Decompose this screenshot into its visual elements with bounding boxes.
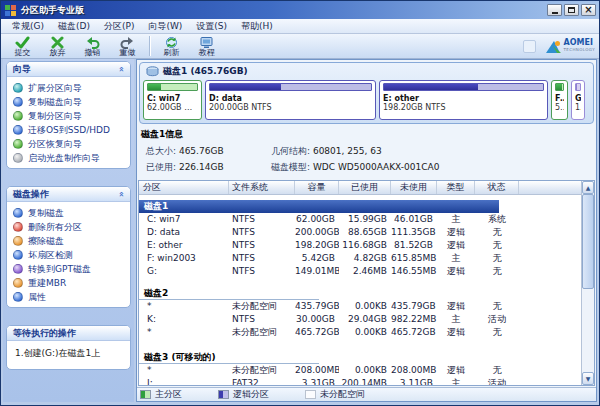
table-cell: 198.20GB (295, 239, 339, 252)
aomei-logo-mark (544, 38, 564, 55)
table-row[interactable]: *未分配空间465.72GB0.00KB465.72GB逻辑无 (139, 326, 594, 339)
commit-button[interactable]: 提交 (5, 34, 40, 58)
column-header-unused[interactable]: 未使用 (391, 181, 437, 194)
table-cell: 435.79GB (295, 300, 339, 313)
undo-button[interactable]: 撤销 (75, 34, 110, 58)
window-controls: × (547, 4, 596, 16)
table-row[interactable]: I:FAT323.31GB200.14MB3.11GB主活动 (139, 377, 594, 386)
sidebar-item-copy-partition-wizard[interactable]: 复制分区向导 (13, 109, 128, 123)
discard-button[interactable]: 放弃 (40, 34, 75, 58)
menu-item-wizard[interactable]: 向导(W) (141, 19, 189, 34)
table-cell: 无 (475, 326, 519, 339)
table-cell: 无 (475, 252, 519, 265)
disk2-group-header[interactable]: 磁盘2 (139, 287, 319, 300)
usage-strip (209, 83, 372, 91)
disk-operations-section-header[interactable]: 磁盘操作 » (7, 187, 130, 202)
disk-title: 磁盘1 (465.76GB) (163, 65, 248, 78)
partition-size: 149.01MB (575, 103, 581, 112)
table-cell: * (139, 364, 229, 377)
disk-model-value: WDC WD5000AAKX-001CA0 (313, 162, 439, 172)
sidebar-item-label: 坏扇区检测 (28, 249, 73, 262)
toolbar-button-label: 撤销 (85, 49, 101, 57)
menu-item-help[interactable]: 帮助(H) (234, 19, 280, 34)
maximize-button[interactable] (564, 4, 579, 16)
table-cell: 982.22MB (391, 313, 437, 326)
sidebar-item-wipe-disk[interactable]: 擦除磁盘 (13, 234, 128, 248)
column-header-used[interactable]: 已使用 (339, 181, 391, 194)
redo-button[interactable]: 重做 (110, 34, 145, 58)
table-body: 磁盘1 C: win7NTFS62.00GB15.99GB46.01GB主系统 … (139, 200, 594, 386)
table-row[interactable]: D: dataNTFS200.00GB88.65GB111.35GB逻辑无 (139, 226, 594, 239)
table-cell: 3.11GB (391, 377, 437, 386)
sidebar-item-bootable-cd-wizard[interactable]: 启动光盘制作向导 (13, 151, 128, 165)
menu-item-general[interactable]: 常规(G) (5, 19, 51, 34)
sidebar-item-migrate-os-to-ssd-hdd[interactable]: 迁移OS到SSD/HDD (13, 123, 128, 137)
app-window: 分区助手专业版 × 常规(G) 磁盘(D) 分区(P) 向导(W) 设置(S) … (0, 0, 600, 406)
pending-operations-section-header[interactable]: 等待执行的操作 (7, 326, 130, 341)
menu-item-disk[interactable]: 磁盘(D) (51, 19, 97, 34)
copy-disk-wizard-icon (13, 97, 23, 107)
partition-box-e[interactable]: E: other 198.20GB NTFS (379, 80, 548, 120)
column-header-partition[interactable]: 分区 (139, 181, 229, 194)
scroll-thumb[interactable] (582, 194, 594, 289)
toolbar-button-label: 教程 (199, 49, 215, 57)
geometry-label: 几何结构: (271, 146, 310, 156)
table-cell: 0.00KB (339, 364, 391, 377)
sidebar-item-convert-to-gpt-disk[interactable]: 转换到GPT磁盘 (13, 262, 128, 276)
column-header-status[interactable]: 状态 (475, 181, 519, 194)
table-row[interactable]: F: win2003NTFS5.42GB4.82GB615.85MB主无 (139, 252, 594, 265)
sidebar-item-delete-all-partitions[interactable]: 删除所有分区 (13, 220, 128, 234)
partition-label: C: win7 (147, 94, 198, 103)
table-row[interactable]: K:NTFS30.00GB29.04GB982.22MB主活动 (139, 313, 594, 326)
column-header-capacity[interactable]: 容量 (295, 181, 339, 194)
table-row[interactable]: G:NTFS149.01MB2.46MB146.55MB逻辑无 (139, 265, 594, 278)
disk1-group-header[interactable]: 磁盘1 (139, 200, 499, 213)
partition-size: 62.00GB NTFS (147, 103, 198, 112)
partition-label: G: (575, 94, 581, 103)
column-header-type[interactable]: 类型 (437, 181, 475, 194)
table-row[interactable]: E: otherNTFS198.20GB116.68GB81.52GB逻辑无 (139, 239, 594, 252)
scroll-down-button[interactable]: ▼ (582, 372, 594, 385)
disk-model-label: 磁盘模型: (271, 162, 310, 172)
sidebar-item-label: 重建MBR (28, 277, 66, 290)
sidebar-item-rebuild-mbr[interactable]: 重建MBR (13, 276, 128, 290)
table-row[interactable]: *未分配空间208.00MB0.00KB208.00MB逻辑无 (139, 364, 594, 377)
refresh-button[interactable]: 刷新 (154, 34, 189, 58)
close-button[interactable]: × (581, 4, 596, 16)
tutorial-button[interactable]: 教程 (189, 34, 224, 58)
partition-box-g[interactable]: G: 149.01MB (571, 80, 585, 120)
vertical-scrollbar[interactable]: ▲ ▼ (581, 181, 594, 385)
partition-label: F: win2003 (555, 94, 564, 103)
scroll-up-button[interactable]: ▲ (582, 181, 594, 194)
table-cell: 435.79GB (391, 300, 437, 313)
sidebar-item-copy-disk-wizard[interactable]: 复制磁盘向导 (13, 95, 128, 109)
close-icon: × (584, 5, 592, 15)
sidebar-item-properties[interactable]: 属性 (13, 290, 128, 304)
partition-box-d[interactable]: D: data 200.00GB NTFS (205, 80, 376, 120)
disk3-group-header[interactable]: 磁盘3 (可移动的) (139, 351, 319, 364)
minimize-button[interactable] (547, 4, 562, 16)
table-cell: 无 (475, 226, 519, 239)
partition-box-f[interactable]: F: win2003 5.42GB NTFS (551, 80, 568, 120)
sidebar-item-copy-disk[interactable]: 复制磁盘 (13, 206, 128, 220)
tutorial-icon (199, 36, 214, 49)
legend-label: 主分区 (155, 388, 182, 401)
partition-box-c[interactable]: C: win7 62.00GB NTFS (143, 80, 202, 120)
column-header-filesystem[interactable]: 文件系统 (229, 181, 295, 194)
wizards-section-header[interactable]: 向导 » (7, 62, 130, 77)
menu-item-partition[interactable]: 分区(P) (97, 19, 141, 34)
table-cell: 46.01GB (391, 213, 437, 226)
disk-info: 磁盘1信息 总大小: 465.76GB 几何结构: 60801, 255, 63… (141, 128, 592, 178)
sidebar-item-label: 扩展分区向导 (28, 82, 82, 95)
table-cell: 3.31GB (295, 377, 339, 386)
table-row[interactable]: C: win7NTFS62.00GB15.99GB46.01GB主系统 (139, 213, 594, 226)
sidebar-item-bad-sector-check[interactable]: 坏扇区检测 (13, 248, 128, 262)
used-label: 已使用: (146, 162, 176, 172)
menu-item-settings[interactable]: 设置(S) (189, 19, 234, 34)
sidebar-item-partition-recovery-wizard[interactable]: 分区恢复向导 (13, 137, 128, 151)
sidebar-item-extend-partition-wizard[interactable]: 扩展分区向导 (13, 81, 128, 95)
sidebar-item-label: 复制分区向导 (28, 110, 82, 123)
table-row[interactable]: *未分配空间435.79GB0.00KB435.79GB逻辑无 (139, 300, 594, 313)
table-header-row: 分区 文件系统 容量 已使用 未使用 类型 状态 (139, 181, 594, 195)
aomei-logo: AOMEI TECHNOLOGY (544, 38, 596, 55)
